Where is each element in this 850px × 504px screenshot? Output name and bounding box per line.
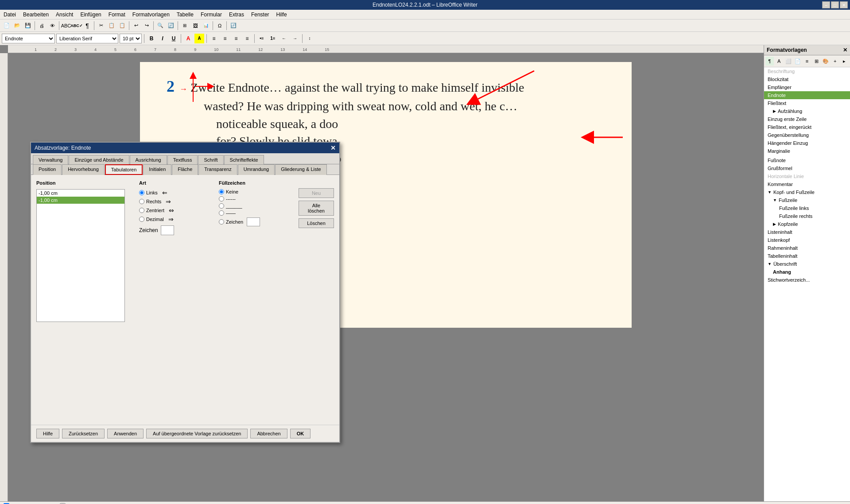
fv-item-ueberschrift[interactable]: ▼ Überschrift [764, 260, 850, 268]
fill-zeichen-label[interactable]: Zeichen [219, 217, 293, 226]
font-size-dropdown[interactable]: 10 pt [120, 34, 142, 43]
art-links-radio[interactable] [139, 190, 144, 195]
insert-image-button[interactable]: 🖼 [190, 21, 200, 31]
menu-extras[interactable]: Extras [227, 11, 246, 18]
insert-table-button[interactable]: ⊞ [180, 21, 190, 31]
ok-button[interactable]: OK [290, 429, 311, 438]
fv-table-btn[interactable]: ⊞ [812, 57, 821, 66]
art-dezimal-label[interactable]: Dezimal ⇒ [139, 216, 213, 223]
art-zentriert-label[interactable]: Zentriert ⇔ [139, 207, 213, 214]
maximize-button[interactable]: □ [831, 1, 839, 8]
copy-button[interactable]: 📋 [107, 21, 116, 31]
anwenden-button[interactable]: Anwenden [107, 429, 144, 438]
fill-zeichen-radio[interactable] [219, 219, 224, 225]
align-center-button[interactable]: ≡ [220, 34, 230, 43]
fill-keine-radio[interactable] [219, 189, 224, 194]
fv-item-empfaenger[interactable]: Empfänger [764, 83, 850, 91]
menu-formatvorlagen[interactable]: Formatvorlagen [131, 11, 171, 18]
fv-item-fusszeile-rechts[interactable]: Fußzeile rechts [764, 212, 850, 220]
bold-button[interactable]: B [147, 34, 156, 43]
fill-zeichen-input[interactable] [247, 217, 260, 226]
highlight-button[interactable]: A [194, 34, 204, 43]
tab-ausrichtung[interactable]: Ausrichtung [130, 155, 167, 164]
fill-dots-radio[interactable] [219, 196, 224, 202]
fv-item-tabelleninhalt[interactable]: Tabelleninhalt [764, 252, 850, 260]
menu-hilfe[interactable]: Hilfe [275, 11, 289, 18]
tab-position[interactable]: Position [33, 164, 62, 175]
fv-item-beschriftung[interactable]: Beschriftung [764, 67, 850, 75]
fv-item-gegenueber[interactable]: Gegenüberstellung [764, 131, 850, 139]
list-bullet-button[interactable]: •≡ [257, 34, 267, 43]
tab-flaeche[interactable]: Fläche [172, 164, 198, 175]
undo-button[interactable]: ↩ [131, 21, 141, 31]
fv-item-grussformel[interactable]: Grußformel [764, 164, 850, 172]
fv-item-kopfzeile[interactable]: ▶ Kopfzeile [764, 220, 850, 228]
paste-button[interactable]: 📋 [117, 21, 127, 31]
fv-item-fusszeile[interactable]: ▼ Fußzeile [764, 196, 850, 204]
fv-item-kommentar[interactable]: Kommentar [764, 180, 850, 188]
tab-hervorhebung[interactable]: Hervorhebung [62, 164, 105, 175]
fill-keine-label[interactable]: Keine [219, 189, 293, 194]
linespacing-button[interactable]: ↕ [305, 34, 314, 43]
spellcheck-button[interactable]: ABC [61, 21, 71, 31]
fv-list-btn[interactable]: ≡ [803, 57, 811, 66]
fv-item-endnote[interactable]: Endnote [764, 91, 850, 99]
cut-button[interactable]: ✂ [96, 21, 106, 31]
hilfe-button[interactable]: Hilfe [36, 429, 59, 438]
fv-item-horizlinie[interactable]: Horizontale Linie [764, 172, 850, 180]
print-button[interactable]: 🖨 [37, 21, 47, 31]
new-button[interactable]: 📄 [2, 21, 12, 31]
fv-item-listeninhalt[interactable]: Listeninhalt [764, 228, 850, 236]
fv-paragraph-btn[interactable]: ¶ [765, 57, 774, 66]
art-zentriert-radio[interactable] [139, 208, 144, 213]
fill-line-radio[interactable] [219, 210, 224, 216]
menu-fenster[interactable]: Fenster [249, 11, 271, 18]
fv-options-btn[interactable]: ▸ [840, 57, 849, 66]
fv-fill-btn[interactable]: 🎨 [822, 57, 830, 66]
preview-button[interactable]: 👁 [47, 21, 57, 31]
zuruecksetzen-button[interactable]: Zurücksetzen [62, 429, 105, 438]
abbrechen-button[interactable]: Abbrechen [250, 429, 287, 438]
italic-button[interactable]: I [158, 34, 167, 43]
save-button[interactable]: 💾 [23, 21, 33, 31]
insert-chart-button[interactable]: 📊 [201, 21, 211, 31]
tab-schrifteffekte[interactable]: Schrifteffekte [224, 155, 264, 164]
fv-item-kopf-fuss[interactable]: ▼ Kopf- und Fußzeile [764, 188, 850, 196]
minimize-button[interactable]: – [822, 1, 830, 8]
dialog-close-button[interactable]: ✕ [330, 144, 336, 151]
omega-button[interactable]: Ω [215, 21, 225, 31]
tab-tabulatoren[interactable]: Tabulatoren [105, 164, 143, 175]
fv-item-listenkopf[interactable]: Listenkopf [764, 236, 850, 244]
fv-item-blockzitat[interactable]: Blockzitat [764, 75, 850, 83]
auf-uebergeordnete-button[interactable]: Auf übergeordnete Vorlage zurücksetzen [146, 429, 248, 438]
document-area[interactable]: 123456789101112131415 [0, 45, 764, 501]
loeschen-button[interactable]: Löschen [299, 218, 334, 228]
align-justify-button[interactable]: ≡ [242, 34, 252, 43]
fv-new-btn[interactable]: + [831, 57, 839, 66]
refresh-button[interactable]: 🔃 [229, 21, 238, 31]
fill-dashes-radio[interactable] [219, 203, 224, 209]
align-right-button[interactable]: ≡ [231, 34, 241, 43]
tab-textfluss[interactable]: Textfluss [167, 155, 198, 164]
zeichen-input[interactable] [161, 225, 174, 235]
art-links-label[interactable]: Links ⇐ [139, 189, 213, 196]
tab-transparenz[interactable]: Transparenz [198, 164, 237, 175]
spellcheck2-button[interactable]: ABC✓ [72, 21, 82, 31]
fv-item-stichwort[interactable]: Stichwortverzeich... [764, 276, 850, 284]
fv-item-fliesstext[interactable]: Fließtext [764, 99, 850, 107]
tab-schrift[interactable]: Schrift [198, 155, 223, 164]
neu-button[interactable]: Neu [299, 188, 334, 198]
font-color-button[interactable]: A [183, 34, 193, 43]
redo-button[interactable]: ↪ [142, 21, 151, 31]
art-dezimal-radio[interactable] [139, 217, 144, 222]
fv-close-button[interactable]: ✕ [843, 47, 847, 53]
fill-dashes-label[interactable]: ______ [219, 203, 293, 209]
align-left-button[interactable]: ≡ [209, 34, 219, 43]
art-rechts-radio[interactable] [139, 199, 144, 204]
menu-ansicht[interactable]: Ansicht [54, 11, 75, 18]
pos-item-2[interactable]: -1,00 cm [37, 197, 124, 204]
art-rechts-label[interactable]: Rechts ⇒ [139, 198, 213, 205]
fv-char-btn[interactable]: A [775, 57, 783, 66]
tab-initialen[interactable]: Initialen [143, 164, 171, 175]
list-num-button[interactable]: 1≡ [268, 34, 278, 43]
